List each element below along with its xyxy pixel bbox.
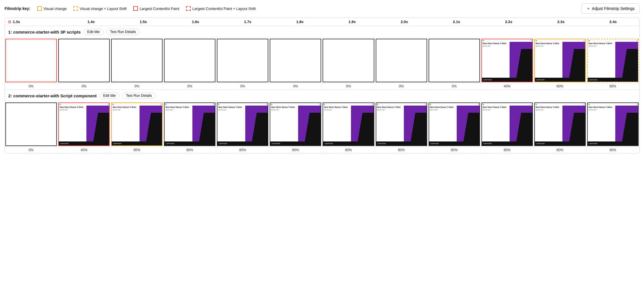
frame-box-1-9: ⚙ ≡ New Short Sleeve T-Shirt $25.99 USD …	[481, 39, 533, 82]
frame-col-1-6	[322, 38, 375, 83]
pct-cell-2-4: 80%	[216, 147, 269, 153]
pct-cell-2-7: 80%	[375, 147, 428, 153]
pct-cell-2-3: 80%	[163, 147, 216, 153]
rows-container: 1: commerce-starter-with 3P scripts Edit…	[5, 26, 639, 153]
pct-cell-2-1: 40%	[58, 147, 111, 153]
pct-cell-2-8: 80%	[428, 147, 481, 153]
legend-lcp-layout: Largest Contentful Paint + Layout Shift	[186, 6, 256, 11]
pct-cell-1-2: 0%	[111, 83, 163, 89]
frame-col-1-4	[216, 38, 269, 83]
legend-yellow-dashed-icon	[73, 6, 78, 11]
legend-lcp-layout-label: Largest Contentful Paint + Layout Shift	[192, 7, 256, 11]
legend-red-dashed-icon	[186, 6, 191, 11]
frame-col-2-7: ⚙ ≡ New Short Sleeve T-Shirt $25.99 USD …	[375, 101, 428, 147]
legend-bar: Filmstrip key: Visual change Visual chan…	[5, 3, 639, 14]
settings-btn-label: Adjust Filmstrip Settings	[592, 6, 635, 11]
pct-cell-2-9: 80%	[481, 147, 534, 153]
pct-cell-1-8: 0%	[428, 83, 481, 89]
frame-box-2-4: ⚙ ≡ New Short Sleeve T-Shirt $25.99 USD …	[217, 102, 268, 146]
pct-cell-2-0: 0%	[5, 147, 58, 153]
legend-visual-change: Visual change	[37, 6, 67, 11]
filmstrip-container: 1.3s1.4s1.5s1.6s1.7s1.8s1.9s2.0s2.1s2.2s…	[5, 18, 639, 153]
legend-title: Filmstrip key:	[5, 6, 30, 11]
frame-col-1-11: ⚙ ≡ New Short Sleeve T-Shirt $25.99 USD …	[587, 38, 639, 83]
frame-box-2-2: ⚙ ≡ New Short Sleeve T-Shirt $25.99 USD …	[111, 102, 163, 146]
frame-col-2-2: ⚙ ≡ New Short Sleeve T-Shirt $25.99 USD …	[111, 101, 163, 147]
legend-lcp: Largest Contentful Paint	[133, 6, 179, 11]
frame-col-1-9: ⚙ ≡ New Short Sleeve T-Shirt $25.99 USD …	[481, 38, 534, 83]
time-cell-1.5s: 1.5s	[117, 20, 169, 24]
row-header-2: 2: commerce-starter-with Script componen…	[5, 90, 639, 101]
pct-cell-1-9: 40%	[481, 83, 534, 89]
frame-col-2-6: ⚙ ≡ New Short Sleeve T-Shirt $25.99 USD …	[322, 101, 375, 147]
frame-box-1-11: ⚙ ≡ New Short Sleeve T-Shirt $25.99 USD …	[587, 39, 639, 82]
test-run-details-button-1[interactable]: Test Run Details	[106, 29, 140, 35]
pct-cell-2-6: 80%	[322, 147, 375, 153]
legend-visual-change-layout-label: Visual change + Layout Shift	[80, 7, 126, 11]
frame-col-2-5: ⚙ ≡ New Short Sleeve T-Shirt $25.99 USD …	[269, 101, 322, 147]
time-cell-2.2s: 2.2s	[483, 20, 535, 24]
time-cell-1.7s: 1.7s	[222, 20, 274, 24]
row-header-1: 1: commerce-starter-with 3P scripts Edit…	[5, 26, 639, 38]
legend-visual-change-layout: Visual change + Layout Shift	[73, 6, 126, 11]
pct-cell-2-5: 80%	[269, 147, 322, 153]
row-section-2: 2: commerce-starter-with Script componen…	[5, 90, 639, 153]
frame-col-2-8: ⚙ ≡ New Short Sleeve T-Shirt $25.99 USD …	[428, 101, 481, 147]
frame-box-2-5: ⚙ ≡ New Short Sleeve T-Shirt $25.99 USD …	[270, 102, 321, 146]
frame-col-2-10: ⚙ ≡ New Short Sleeve T-Shirt $25.99 USD …	[534, 101, 587, 147]
edit-title-button-2[interactable]: Edit title	[99, 93, 119, 99]
frame-col-2-3: ⚙ ≡ New Short Sleeve T-Shirt $25.99 USD …	[163, 101, 216, 147]
frame-col-1-8	[428, 38, 481, 83]
frame-col-1-10: ⚙ ≡ New Short Sleeve T-Shirt $25.99 USD …	[534, 38, 587, 83]
frame-box-2-3: ⚙ ≡ New Short Sleeve T-Shirt $25.99 USD …	[164, 102, 215, 146]
frame-box-1-2	[111, 39, 163, 82]
frame-box-1-6	[323, 39, 374, 82]
frame-box-2-7: ⚙ ≡ New Short Sleeve T-Shirt $25.99 USD …	[376, 102, 427, 146]
pct-row-1: 0%0%0%0%0%0%0%0%0%40%80%80%	[5, 83, 639, 89]
frame-col-2-9: ⚙ ≡ New Short Sleeve T-Shirt $25.99 USD …	[481, 101, 534, 147]
edit-title-button-1[interactable]: Edit title	[84, 29, 103, 35]
pct-cell-1-5: 0%	[269, 83, 322, 89]
frame-box-1-0	[5, 39, 57, 82]
time-cell-1.3s: 1.3s	[13, 20, 65, 24]
plus-icon: ＋	[586, 6, 590, 11]
frame-col-2-11: ⚙ ≡ New Short Sleeve T-Shirt $25.99 USD …	[587, 101, 639, 147]
frame-col-1-1	[58, 38, 111, 83]
frame-col-1-5	[269, 38, 322, 83]
frame-box-2-11: ⚙ ≡ New Short Sleeve T-Shirt $25.99 USD …	[587, 102, 639, 146]
timeline-times: 1.3s1.4s1.5s1.6s1.7s1.8s1.9s2.0s2.1s2.2s…	[13, 20, 639, 24]
frame-box-2-10: ⚙ ≡ New Short Sleeve T-Shirt $25.99 USD …	[534, 102, 586, 146]
pct-cell-2-11: 80%	[587, 147, 639, 153]
pct-cell-1-11: 80%	[587, 83, 639, 89]
frame-col-1-3	[163, 38, 216, 83]
legend-red-solid-icon	[133, 6, 138, 11]
frame-col-1-2	[111, 38, 163, 83]
frame-box-2-9: ⚙ ≡ New Short Sleeve T-Shirt $25.99 USD …	[481, 102, 533, 146]
pct-cell-2-10: 80%	[534, 147, 587, 153]
frame-box-1-7	[376, 39, 427, 82]
frame-box-2-0	[5, 102, 57, 146]
frame-col-1-7	[375, 38, 428, 83]
time-cell-1.9s: 1.9s	[326, 20, 378, 24]
frame-col-2-0	[5, 101, 58, 147]
time-cell-1.6s: 1.6s	[169, 20, 222, 24]
legend-visual-change-label: Visual change	[43, 7, 67, 11]
frame-box-2-8: ⚙ ≡ New Short Sleeve T-Shirt $25.99 USD …	[429, 102, 480, 146]
frame-box-2-6: ⚙ ≡ New Short Sleeve T-Shirt $25.99 USD …	[323, 102, 374, 146]
frame-box-1-1	[58, 39, 110, 82]
row-section-1: 1: commerce-starter-with 3P scripts Edit…	[5, 26, 639, 90]
frame-col-2-4: ⚙ ≡ New Short Sleeve T-Shirt $25.99 USD …	[216, 101, 269, 147]
pct-cell-1-0: 0%	[5, 83, 58, 89]
pct-cell-1-10: 80%	[534, 83, 587, 89]
legend-lcp-label: Largest Contentful Paint	[140, 7, 179, 11]
frame-box-1-4	[217, 39, 268, 82]
row-title-1: 1: commerce-starter-with 3P scripts	[8, 30, 81, 34]
timeline-dot	[8, 20, 11, 23]
pct-cell-1-4: 0%	[216, 83, 269, 89]
timeline-ruler: 1.3s1.4s1.5s1.6s1.7s1.8s1.9s2.0s2.1s2.2s…	[5, 18, 639, 26]
time-cell-1.4s: 1.4s	[65, 20, 117, 24]
frame-box-2-1: ⚙ ≡ New Short Sleeve T-Shirt $25.99 USD …	[58, 102, 110, 146]
adjust-filmstrip-settings-button[interactable]: ＋ Adjust Filmstrip Settings	[581, 3, 639, 14]
test-run-details-button-2[interactable]: Test Run Details	[122, 93, 155, 99]
pct-cell-1-3: 0%	[163, 83, 216, 89]
